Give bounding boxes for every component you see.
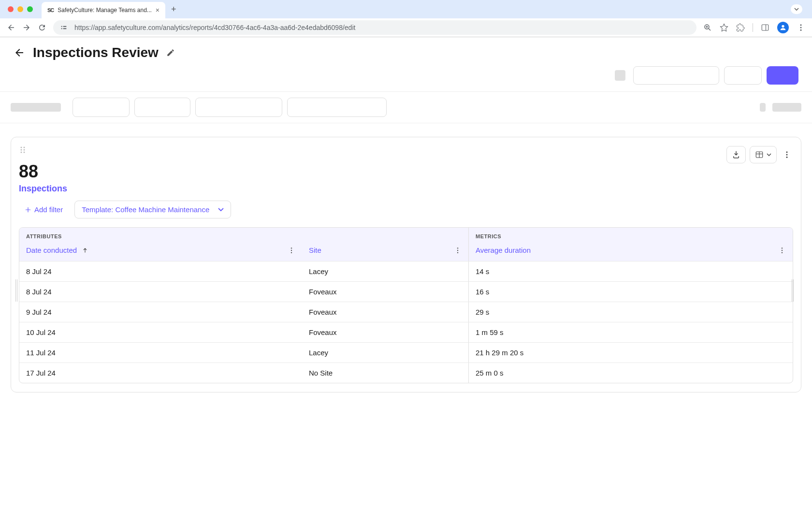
skeleton-placeholder bbox=[772, 103, 801, 112]
filter-control[interactable] bbox=[287, 98, 387, 117]
panel-menu-button[interactable] bbox=[781, 148, 793, 161]
chevron-down-icon bbox=[218, 208, 224, 212]
arrow-left-icon bbox=[7, 23, 15, 32]
reload-icon bbox=[38, 23, 46, 32]
svg-point-7 bbox=[800, 24, 802, 26]
filter-control[interactable] bbox=[134, 98, 190, 117]
browser-menu-button[interactable] bbox=[797, 23, 805, 32]
template-filter-pill[interactable]: Template: Coffee Machine Maintenance bbox=[74, 201, 231, 218]
star-icon bbox=[720, 23, 728, 32]
sort-ascending-icon bbox=[82, 247, 88, 254]
view-type-button[interactable] bbox=[750, 146, 777, 163]
cell-date: 9 Jul 24 bbox=[19, 302, 302, 322]
sidepanel-button[interactable] bbox=[761, 23, 769, 32]
cell-date: 10 Jul 24 bbox=[19, 322, 302, 342]
panel-wrapper: 88 Inspections Add filter Template: Coff… bbox=[0, 123, 812, 406]
browser-tab[interactable]: SC SafetyCulture: Manage Teams and... × bbox=[42, 2, 165, 18]
cell-date: 8 Jul 24 bbox=[19, 282, 302, 302]
column-header-site[interactable]: Site bbox=[302, 241, 468, 261]
svg-point-24 bbox=[291, 252, 292, 253]
cell-date: 11 Jul 24 bbox=[19, 343, 302, 363]
cell-site: Foveaux bbox=[302, 282, 468, 302]
header-action-button[interactable] bbox=[724, 66, 762, 85]
puzzle-icon bbox=[736, 23, 745, 32]
cell-date: 17 Jul 24 bbox=[19, 363, 302, 383]
cell-site: Foveaux bbox=[302, 322, 468, 342]
cell-avg-duration: 21 h 29 m 20 s bbox=[469, 343, 793, 363]
column-header-avg-duration[interactable]: Average duration bbox=[469, 241, 793, 261]
close-tab-button[interactable]: × bbox=[156, 6, 160, 14]
filters-row bbox=[0, 91, 812, 123]
back-button[interactable] bbox=[7, 23, 15, 32]
add-filter-button[interactable]: Add filter bbox=[19, 202, 69, 218]
extensions-button[interactable] bbox=[736, 23, 745, 32]
arrow-right-icon bbox=[22, 23, 31, 32]
svg-point-22 bbox=[291, 247, 292, 248]
svg-point-15 bbox=[24, 152, 25, 153]
table-row[interactable]: 8 Jul 24 Foveaux 16 s bbox=[19, 281, 793, 302]
metric-label[interactable]: Inspections bbox=[19, 184, 793, 194]
table-row[interactable]: 10 Jul 24 Foveaux 1 m 59 s bbox=[19, 322, 793, 342]
filter-control[interactable] bbox=[195, 98, 282, 117]
header-actions bbox=[0, 66, 812, 91]
svg-rect-4 bbox=[762, 25, 768, 30]
toolbar-divider bbox=[753, 23, 753, 32]
panel-icon bbox=[761, 23, 769, 32]
forward-button[interactable] bbox=[22, 23, 31, 32]
profile-avatar[interactable] bbox=[777, 22, 789, 33]
cell-avg-duration: 29 s bbox=[469, 302, 793, 322]
resize-handle-left[interactable] bbox=[15, 279, 20, 302]
edit-title-button[interactable] bbox=[166, 48, 175, 57]
zoom-button[interactable] bbox=[703, 23, 712, 32]
svg-line-1 bbox=[709, 29, 710, 30]
cell-site: Lacey bbox=[302, 343, 468, 363]
window-maximize-button[interactable] bbox=[27, 6, 33, 12]
svg-point-26 bbox=[457, 249, 458, 250]
column-menu-button[interactable] bbox=[454, 247, 462, 254]
cell-avg-duration: 16 s bbox=[469, 282, 793, 302]
page-title: Inspections Review bbox=[33, 45, 159, 60]
table-row[interactable]: 9 Jul 24 Foveaux 29 s bbox=[19, 302, 793, 322]
svg-point-14 bbox=[21, 152, 22, 153]
window-close-button[interactable] bbox=[8, 6, 14, 12]
app-header: Inspections Review bbox=[0, 37, 812, 66]
cell-avg-duration: 1 m 59 s bbox=[469, 322, 793, 342]
download-button[interactable] bbox=[726, 146, 746, 163]
svg-point-30 bbox=[782, 252, 783, 253]
download-icon bbox=[732, 150, 740, 159]
resize-handle-right[interactable] bbox=[792, 279, 797, 302]
drag-handle[interactable] bbox=[20, 146, 26, 154]
column-menu-button[interactable] bbox=[288, 247, 295, 254]
date-column-label: Date conducted bbox=[26, 246, 77, 254]
skeleton-placeholder bbox=[615, 70, 625, 81]
url-input[interactable]: https://app.safetyculture.com/analytics/… bbox=[53, 20, 696, 35]
table-icon bbox=[755, 150, 764, 159]
tabs-dropdown-button[interactable] bbox=[791, 4, 802, 14]
table-row[interactable]: 11 Jul 24 Lacey 21 h 29 m 20 s bbox=[19, 342, 793, 363]
svg-point-13 bbox=[24, 149, 25, 151]
filter-control[interactable] bbox=[72, 98, 130, 117]
svg-point-29 bbox=[782, 249, 783, 250]
svg-point-6 bbox=[782, 25, 784, 28]
header-action-button[interactable] bbox=[633, 66, 719, 85]
attributes-section-label: ATTRIBUTES bbox=[19, 228, 468, 241]
bookmark-button[interactable] bbox=[720, 23, 728, 32]
svg-point-28 bbox=[782, 247, 783, 248]
zoom-icon bbox=[703, 23, 712, 32]
column-menu-button[interactable] bbox=[778, 247, 786, 254]
window-controls bbox=[8, 6, 33, 12]
table-row[interactable]: 17 Jul 24 No Site 25 m 0 s bbox=[19, 363, 793, 383]
table-row[interactable]: 8 Jul 24 Lacey 14 s bbox=[19, 261, 793, 281]
site-settings-icon bbox=[60, 24, 68, 31]
chevron-down-icon bbox=[794, 8, 799, 11]
svg-point-10 bbox=[21, 147, 22, 148]
app-back-button[interactable] bbox=[14, 47, 25, 58]
metric-count: 88 bbox=[19, 161, 793, 182]
more-vertical-icon bbox=[783, 150, 791, 159]
table-body: 8 Jul 24 Lacey 14 s 8 Jul 24 Foveaux 16 … bbox=[19, 261, 793, 383]
reload-button[interactable] bbox=[38, 23, 46, 32]
primary-action-button[interactable] bbox=[767, 66, 798, 85]
new-tab-button[interactable]: + bbox=[171, 4, 176, 15]
window-minimize-button[interactable] bbox=[17, 6, 23, 12]
column-header-date[interactable]: Date conducted bbox=[19, 241, 302, 261]
